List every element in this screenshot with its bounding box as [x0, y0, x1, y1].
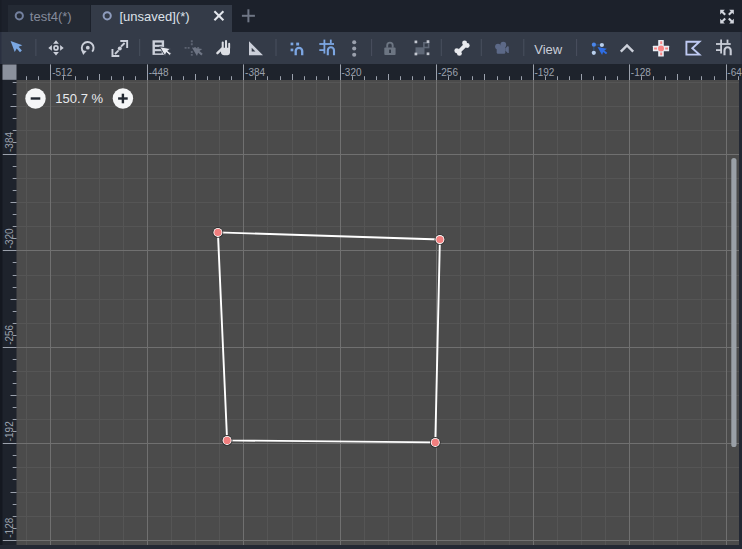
svg-text:150.7 %: 150.7 %: [55, 91, 103, 106]
svg-text:-320: -320: [342, 67, 362, 78]
svg-text:-64: -64: [727, 67, 742, 78]
svg-text:-384: -384: [4, 132, 15, 152]
svg-text:-128: -128: [4, 517, 15, 537]
svg-text:-256: -256: [4, 324, 15, 344]
svg-text:-512: -512: [52, 67, 72, 78]
svg-text:-128: -128: [631, 67, 651, 78]
svg-text:-448: -448: [149, 67, 169, 78]
svg-text:-320: -320: [4, 228, 15, 248]
svg-text:-384: -384: [245, 67, 265, 78]
svg-text:-256: -256: [438, 67, 458, 78]
svg-text:-192: -192: [534, 67, 554, 78]
svg-text:-192: -192: [4, 421, 15, 441]
